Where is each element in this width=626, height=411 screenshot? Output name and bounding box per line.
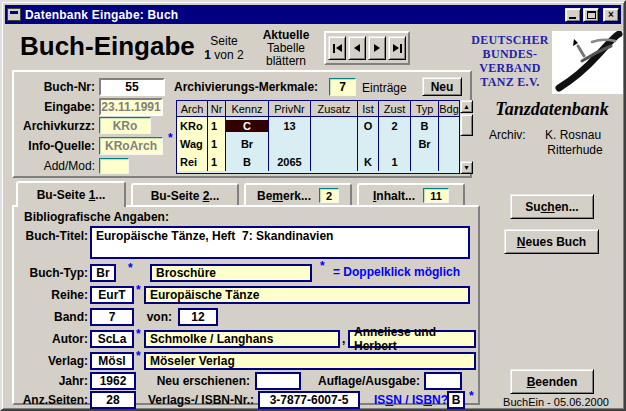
page-label: Seite xyxy=(196,34,252,48)
cell-arch[interactable]: Wag xyxy=(177,135,208,153)
status-text: BuchEin - 05.06.2000 xyxy=(490,396,622,408)
dbt-logo xyxy=(552,31,623,94)
page-value: 1 von 2 xyxy=(196,48,252,62)
cell-ist[interactable]: K xyxy=(358,153,379,171)
cell-nr[interactable]: 1 xyxy=(208,135,226,153)
tab-bemerkungen[interactable]: Bemerk... 2 xyxy=(244,183,352,206)
nav-first-icon xyxy=(333,44,335,53)
tab-inhalt[interactable]: Inhalt... 11 xyxy=(357,183,465,206)
verlag-code-field[interactable]: Mösl xyxy=(90,352,134,370)
jahr-field[interactable]: 1962 xyxy=(90,372,136,390)
cell-bdg[interactable] xyxy=(439,135,459,153)
scroll-up-button[interactable]: ▲ xyxy=(460,100,473,113)
cell-ist[interactable] xyxy=(358,135,379,153)
neu-button[interactable]: Neu xyxy=(422,77,462,96)
scroll-down-button[interactable]: ▼ xyxy=(460,161,473,174)
close-button[interactable]: × xyxy=(603,8,619,22)
autor-vorname-field[interactable]: Anneliese und Herbert xyxy=(348,330,476,348)
add-mod-field[interactable] xyxy=(99,158,129,174)
cell-zusatz[interactable] xyxy=(311,117,358,135)
eingabe-field[interactable]: 23.11.1991 xyxy=(99,98,163,116)
cell-bdg[interactable] xyxy=(439,153,459,171)
minimize-button[interactable] xyxy=(565,8,581,22)
cell-nr[interactable]: 1 xyxy=(208,153,226,171)
table-row: KRo 1 C 13 O 2 B xyxy=(177,117,459,135)
tab-label: Inhalt... xyxy=(373,189,415,203)
dancer-brushstroke-icon xyxy=(552,31,623,94)
button-label: Neues Buch xyxy=(517,235,586,249)
merkmale-label: Archivierungs-Merkmale: xyxy=(174,80,318,94)
cell-typ[interactable]: B xyxy=(411,117,439,135)
nav-previous-icon xyxy=(354,44,360,52)
von-label: von: xyxy=(114,310,172,324)
issn-isbn-field[interactable]: B xyxy=(447,391,465,409)
neu-erschienen-field[interactable] xyxy=(255,372,301,390)
cell-kennz[interactable]: B xyxy=(226,153,269,171)
auflage-field[interactable] xyxy=(424,372,462,390)
verlag-text-field[interactable]: Möseler Verlag xyxy=(144,352,476,370)
column-header-zusatz: Zusatz xyxy=(311,101,358,116)
tab-count-badge: 11 xyxy=(423,188,449,203)
tab-count-badge: 2 xyxy=(319,188,339,203)
cell-kennz-selected[interactable]: C xyxy=(226,117,269,135)
merkmale-count-field[interactable]: 7 xyxy=(329,78,356,96)
cell-zusatz[interactable] xyxy=(311,153,358,171)
cell-zust[interactable]: 2 xyxy=(379,117,411,135)
add-mod-label: Add/Mod: xyxy=(14,159,95,173)
band-von-field[interactable]: 12 xyxy=(178,308,218,326)
nav-last-button[interactable] xyxy=(388,36,406,60)
cell-arch[interactable]: KRo xyxy=(177,117,208,135)
cell-privnr[interactable]: 13 xyxy=(269,117,311,135)
cell-bdg[interactable] xyxy=(439,117,459,135)
cell-zusatz[interactable] xyxy=(311,135,358,153)
reihe-code-field[interactable]: EurT xyxy=(90,286,134,304)
scrollbar-thumb[interactable] xyxy=(460,114,473,136)
cell-typ[interactable] xyxy=(411,153,439,171)
cell-privnr[interactable] xyxy=(269,135,311,153)
column-header-kennz: Kennz xyxy=(226,101,269,116)
table-scrollbar[interactable]: ▲ ▼ xyxy=(460,100,473,174)
buch-titel-field[interactable]: Europäische Tänze, Heft 7: Skandinavien xyxy=(90,226,470,259)
app-window: Datenbank Eingabe: Buch × Buch-Eingabe S… xyxy=(0,0,626,411)
autor-text-field[interactable]: Schmolke / Langhans xyxy=(144,330,340,348)
column-header-bdg: Bdg xyxy=(439,101,459,116)
database-brand: Tanzdatenbank xyxy=(480,99,624,120)
autor-label: Autor: xyxy=(14,332,88,346)
window-icon xyxy=(7,8,21,21)
nav-previous-button[interactable] xyxy=(348,36,366,60)
buch-nr-field[interactable]: 55 xyxy=(99,78,165,96)
nav-first-button[interactable] xyxy=(328,36,346,60)
tab-label: Bemerk... xyxy=(257,189,311,203)
cell-arch[interactable]: Rei xyxy=(177,153,208,171)
table-row: Wag 1 Br Br xyxy=(177,135,459,153)
cell-zust[interactable] xyxy=(379,135,411,153)
neues-buch-button[interactable]: Neues Buch xyxy=(504,229,599,254)
tab-bu-seite-2[interactable]: Bu-Seite 2... xyxy=(131,183,239,206)
anz-seiten-field[interactable]: 28 xyxy=(90,391,136,409)
nav-next-button[interactable] xyxy=(368,36,386,60)
browse-caption: Aktuelle Tabelle blättern xyxy=(254,29,318,68)
beenden-button[interactable]: Beenden xyxy=(510,369,594,394)
isbn-field[interactable]: 3-7877-6007-5 xyxy=(258,391,360,409)
buch-typ-text-field[interactable]: Broschüre xyxy=(150,264,312,282)
cell-privnr[interactable]: 2065 xyxy=(269,153,311,171)
archive-owner: Archiv: K. Rosnau xyxy=(489,128,601,142)
maximize-button[interactable] xyxy=(583,8,599,22)
column-header-typ: Typ xyxy=(411,101,439,116)
tab-bu-seite-1[interactable]: Bu-Seite 1... xyxy=(16,181,126,207)
info-quelle-field[interactable]: KRoArch xyxy=(99,137,163,155)
reihe-text-field[interactable]: Europäische Tänze xyxy=(144,286,470,304)
buch-titel-label: Buch-Titel: xyxy=(14,229,88,243)
cell-ist[interactable]: O xyxy=(358,117,379,135)
archive-table-header: Arch Nr Kennz PrivNr Zusatz Ist Zust Typ… xyxy=(177,101,459,117)
window-title: Datenbank Eingabe: Buch xyxy=(25,8,563,22)
cell-kennz[interactable]: Br xyxy=(226,135,269,153)
cell-typ[interactable]: Br xyxy=(411,135,439,153)
archivkurzz-field[interactable]: KRo xyxy=(99,117,151,134)
suchen-button[interactable]: Suchen... xyxy=(510,194,594,219)
buch-typ-code-field[interactable]: Br xyxy=(90,264,116,282)
cell-zust[interactable]: 1 xyxy=(379,153,411,171)
button-label: Beenden xyxy=(527,375,578,389)
cell-nr[interactable]: 1 xyxy=(208,117,226,135)
autor-code-field[interactable]: ScLa xyxy=(90,330,134,348)
